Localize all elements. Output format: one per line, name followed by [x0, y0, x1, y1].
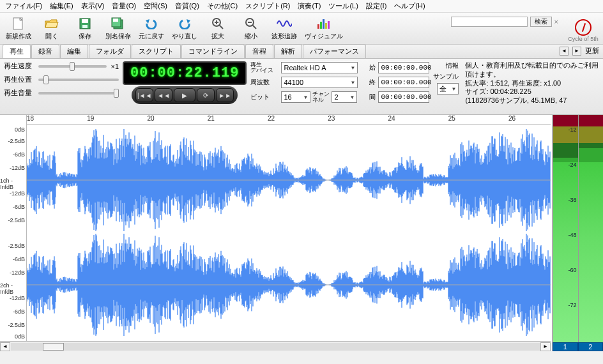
- menu-item[interactable]: 編集(E): [50, 1, 73, 11]
- all-select[interactable]: 全▼: [437, 83, 459, 95]
- tabs-right-arrow[interactable]: ►: [572, 47, 581, 56]
- saveas-button[interactable]: 別名保存: [102, 14, 134, 43]
- gutter-label: -12dB: [10, 165, 25, 171]
- gutter-label: -2.5dB: [8, 217, 25, 224]
- end-label: 終: [360, 78, 376, 87]
- search-input[interactable]: [451, 17, 528, 27]
- info-line: サイズ: 00:04:28.225: [465, 87, 599, 96]
- device-value: Realtek HD A: [284, 64, 326, 72]
- zoomout-button[interactable]: 縮小: [235, 14, 267, 43]
- undo-button[interactable]: 元に戻す: [135, 14, 167, 43]
- gutter-label: 0dB: [15, 333, 25, 340]
- tab-strip: 再生録音編集フォルダスクリプトコマンドライン音程解析パフォーマンス ◄ ► 更新: [0, 45, 603, 59]
- tab-6[interactable]: 音程: [245, 44, 273, 58]
- start-label: 始: [360, 63, 376, 72]
- open-button[interactable]: 開く: [36, 14, 68, 43]
- play-button[interactable]: ▶: [174, 88, 195, 102]
- loop-button[interactable]: ⟳: [197, 88, 215, 102]
- brand-logo: Cycle of 5th: [566, 15, 600, 46]
- save-button[interactable]: 保存: [69, 14, 101, 43]
- menu-item[interactable]: 音質(Q): [175, 1, 199, 11]
- zoom-in-icon: [210, 16, 225, 31]
- meter-foot-2[interactable]: 2: [578, 342, 604, 351]
- tab-3[interactable]: フォルダ: [89, 44, 131, 58]
- gutter-label: -6dB: [13, 308, 25, 315]
- undo-icon: [144, 16, 159, 31]
- svg-rect-15: [320, 22, 322, 29]
- wavetrack-button[interactable]: 波形追跡: [268, 14, 300, 43]
- speed-x1: ×1: [111, 63, 119, 70]
- freq-label: 周波数: [250, 78, 279, 87]
- waveform-view: 181920212223242526 0dB-2.5dB-6dB-12dB1ch…: [0, 115, 603, 351]
- new-button[interactable]: 新規作成: [3, 14, 34, 43]
- search-close-icon[interactable]: ×: [554, 18, 558, 26]
- meter-footer: 12: [553, 342, 603, 351]
- redo-button[interactable]: やり直し: [169, 14, 201, 43]
- search-button[interactable]: 検索: [530, 17, 552, 27]
- span-time[interactable]: 00:00:00.000: [378, 91, 429, 103]
- rewind-button[interactable]: ◄◄: [155, 88, 172, 102]
- tab-8[interactable]: パフォーマンス: [303, 44, 366, 58]
- menu-item[interactable]: 表示(V): [81, 1, 105, 11]
- wave-icon: [277, 16, 292, 31]
- speed-slider[interactable]: [38, 65, 107, 68]
- ch-select[interactable]: 2▼: [332, 91, 357, 103]
- device-grid: 再生 デバイス Realtek HD A▼ 始 00:00:00.000 周波数…: [250, 61, 429, 112]
- level-meters: 0.00.0 -12-24-36-48-60-72 12: [552, 115, 603, 351]
- tabs-left-arrow[interactable]: ◄: [560, 47, 569, 56]
- meter-scale-label: -36: [568, 197, 576, 203]
- menu-item[interactable]: スクリプト(R): [245, 1, 290, 11]
- zoomin-button[interactable]: 拡大: [202, 14, 234, 43]
- dropdown-icon: ▼: [351, 65, 356, 71]
- tab-5[interactable]: コマンドライン: [181, 44, 245, 58]
- menu-item[interactable]: 音量(O): [112, 1, 136, 11]
- scroll-thumb[interactable]: [43, 343, 64, 351]
- scroll-track[interactable]: [11, 343, 540, 351]
- redo-icon: [177, 16, 192, 31]
- menu-item[interactable]: 演奏(T): [298, 1, 321, 11]
- visual-button[interactable]: ヴィジュアル: [302, 14, 346, 43]
- horizontal-scrollbar[interactable]: ◄ ►: [0, 341, 551, 351]
- meter-foot-1[interactable]: 1: [553, 342, 578, 351]
- freq-select[interactable]: 44100▼: [281, 77, 358, 88]
- search-box: 検索 ×: [451, 17, 558, 27]
- start-time[interactable]: 00:00:00.000: [378, 62, 429, 73]
- tab-7[interactable]: 解析: [274, 44, 302, 58]
- scroll-right-button[interactable]: ►: [540, 342, 551, 351]
- span-label: 間: [360, 93, 376, 102]
- tab-4[interactable]: スクリプト: [132, 44, 181, 58]
- device-select[interactable]: Realtek HD A▼: [281, 62, 358, 73]
- info-line: 個人・教育利用及び転載目的でのみご利用頂けます。: [465, 61, 599, 79]
- menu-item[interactable]: 設定(I): [366, 1, 386, 11]
- menu-item[interactable]: ファイル(F): [5, 1, 42, 11]
- info-line: (11828736サンプル, 45.1MB, 47: [465, 96, 599, 105]
- tab-1[interactable]: 録音: [31, 44, 59, 58]
- meter-scale-label: -24: [568, 162, 576, 168]
- tab-2[interactable]: 編集: [60, 44, 88, 58]
- position-slider[interactable]: [38, 79, 119, 81]
- skip-start-button[interactable]: |◄◄: [135, 88, 153, 102]
- waveform-canvas-area[interactable]: [27, 115, 551, 351]
- all-value: 全: [439, 84, 447, 94]
- undo-label: 元に戻す: [139, 32, 164, 41]
- ch-value: 2: [334, 93, 338, 101]
- menu-item[interactable]: ヘルプ(H): [394, 1, 425, 11]
- end-time[interactable]: 00:00:00.000: [378, 77, 429, 88]
- tab-0[interactable]: 再生: [3, 44, 31, 58]
- forward-button[interactable]: ►►: [216, 88, 234, 102]
- visual-label: ヴィジュアル: [305, 32, 343, 41]
- scroll-left-button[interactable]: ◄: [0, 342, 10, 351]
- time-display: 00:00:22.119: [123, 61, 247, 85]
- transport-bar: |◄◄ ◄◄ ▶ ⟳ ►►: [132, 86, 238, 104]
- open-label: 開く: [45, 32, 58, 41]
- menu-item[interactable]: 空間(S): [144, 1, 167, 11]
- refresh-button[interactable]: 更新: [585, 46, 599, 56]
- meter-ch1: -12-24-36-48-60-72: [553, 115, 578, 351]
- gutter-label: -6dB: [13, 256, 25, 262]
- menu-item[interactable]: ツール(L): [328, 1, 358, 11]
- volume-slider[interactable]: [38, 92, 119, 95]
- brand-text: Cycle of 5th: [568, 36, 599, 42]
- meter-scale-label: -48: [568, 232, 576, 238]
- menu-item[interactable]: その他(C): [207, 1, 238, 11]
- bit-select[interactable]: 16▼: [281, 91, 310, 103]
